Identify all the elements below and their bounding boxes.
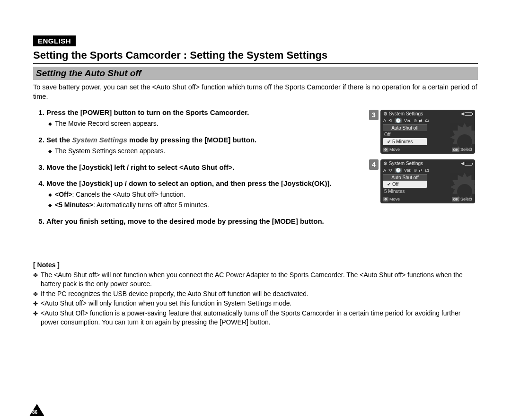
page-title: Setting the Sports Camcorder : Setting t… [33, 49, 478, 61]
note-4: <Auto Shut Off> function is a power-savi… [41, 309, 478, 327]
move-key-icon: ✥ [383, 148, 388, 152]
screenshot-step-4: 4 ⚙ System Settings ◀ A⟲🕐Ver.⎚⇄🗂 Auto Sh… [369, 159, 478, 203]
battery-icon: ◀ [461, 161, 472, 166]
content-row: Press the [POWER] button to turn on the … [33, 108, 478, 233]
step-3-text: Move the [Joystick] left / right to sele… [46, 163, 235, 171]
lcd-move: Move [389, 147, 400, 152]
gear-small-icon: ⚙ System Settings [383, 111, 423, 116]
section-heading: Setting the Auto Shut off [33, 67, 478, 80]
steps-list: Press the [POWER] button to turn on the … [33, 108, 360, 226]
gear-icon [446, 123, 475, 154]
lcd-option-off-selected: ✔Off [383, 181, 427, 188]
page-number: 86 [32, 410, 37, 415]
language-label: ENGLISH [33, 35, 76, 46]
lcd-move: Move [389, 197, 400, 201]
step-3: Move the [Joystick] left / right to sele… [46, 163, 360, 172]
instructions-column: Press the [POWER] button to turn on the … [33, 108, 360, 233]
step-2-pre: Set the [46, 136, 72, 144]
lcd-menu-label: Auto Shut off [383, 124, 427, 131]
lcd-option-5min: 5 Minutes [380, 188, 428, 195]
step-2: Set the System Settings mode by pressing… [46, 135, 360, 156]
screenshot-step-3: 3 ⚙ System Settings ◀ A⟲🕐Ver.⎚⇄🗂 Auto Sh… [369, 110, 478, 154]
note-3: <Auto Shut off> will only function when … [41, 299, 478, 308]
step-4-sub1: <Off>: Cancels the <Auto Shut off> funct… [48, 190, 360, 200]
intro-paragraph: To save battery power, you can set the <… [33, 83, 478, 101]
step-4: Move the [Joystick] up / down to select … [46, 179, 360, 210]
gear-small-icon: ⚙ System Settings [383, 161, 423, 166]
step-4-text: Move the [Joystick] up / down to select … [46, 179, 332, 187]
horizontal-rule [33, 63, 478, 64]
lcd-screen-4: ⚙ System Settings ◀ A⟲🕐Ver.⎚⇄🗂 Auto Shut… [380, 159, 475, 203]
step-1-text: Press the [POWER] button to turn on the … [46, 108, 249, 116]
step-2-post: mode by pressing the [MODE] button. [127, 136, 256, 144]
check-icon: ✔ [387, 139, 391, 144]
battery-icon: ◀ [461, 112, 472, 116]
step-5-text: After you finish setting, move to the de… [46, 217, 324, 225]
check-icon: ✔ [387, 182, 391, 187]
screenshots-column: 3 ⚙ System Settings ◀ A⟲🕐Ver.⎚⇄🗂 Auto Sh… [369, 108, 478, 233]
step-1: Press the [POWER] button to turn on the … [46, 108, 360, 129]
step-badge-3: 3 [369, 110, 379, 120]
step-2-sub: The System Settings screen appears. [48, 147, 360, 156]
gear-icon [446, 173, 475, 203]
lcd-menu-label: Auto Shut off [383, 174, 427, 181]
notes-list: The <Auto Shut off> will not function wh… [33, 271, 478, 327]
step-4-sub2: <5 Minutes>: Automatically turns off aft… [48, 201, 360, 210]
lcd-option-5min-selected: ✔5 Minutes [383, 138, 427, 145]
note-2: If the PC recognizes the USB device prop… [41, 289, 478, 298]
manual-page: ENGLISH Setting the Sports Camcorder : S… [33, 35, 478, 328]
move-key-icon: ✥ [383, 197, 388, 201]
note-1: The <Auto Shut off> will not function wh… [41, 271, 478, 289]
step-badge-4: 4 [369, 159, 379, 170]
lcd-title: System Settings [389, 161, 423, 166]
lcd-option-off: Off [380, 131, 428, 138]
step-5: After you finish setting, move to the de… [46, 217, 360, 226]
lcd-screen-3: ⚙ System Settings ◀ A⟲🕐Ver.⎚⇄🗂 Auto Shut… [380, 110, 475, 154]
step-2-em: System Settings [72, 136, 127, 144]
notes-header: [ Notes ] [33, 261, 478, 269]
lcd-title: System Settings [389, 111, 423, 116]
step-1-sub: The Movie Record screen appears. [48, 119, 360, 129]
